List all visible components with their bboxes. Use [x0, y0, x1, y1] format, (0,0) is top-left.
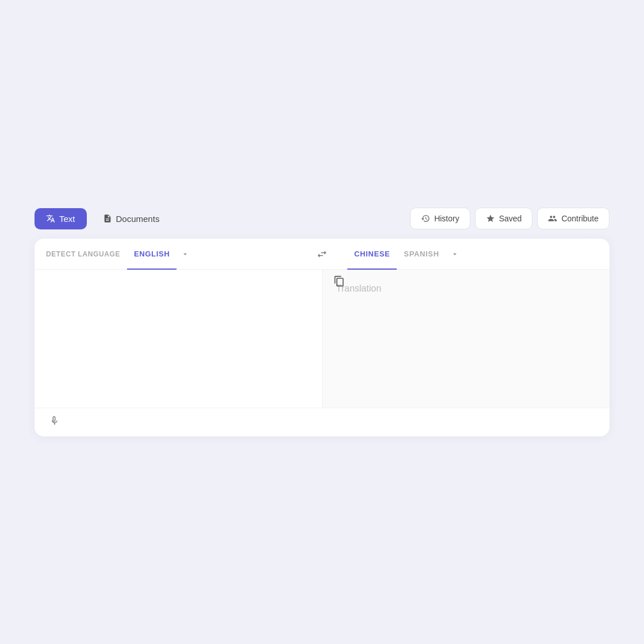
history-icon — [421, 214, 430, 223]
source-english-option[interactable]: ENGLISH — [127, 239, 177, 270]
copy-button[interactable] — [334, 275, 345, 289]
target-lang-dropdown[interactable] — [446, 240, 463, 269]
bottom-bar — [34, 408, 610, 436]
toolbar-left: Text Documents — [34, 208, 171, 229]
history-label: History — [434, 214, 459, 223]
text-areas-container: Translation — [34, 270, 610, 408]
documents-tab-label: Documents — [116, 214, 160, 224]
text-tab[interactable]: Text — [34, 208, 87, 229]
saved-label: Saved — [499, 214, 522, 223]
document-icon — [103, 214, 112, 223]
source-lang-selectors: DETECT LANGUAGE ENGLISH — [34, 239, 308, 269]
swap-languages-button[interactable] — [308, 248, 336, 260]
saved-button[interactable]: Saved — [475, 208, 533, 229]
chevron-down-icon — [181, 250, 189, 258]
translation-card: DETECT LANGUAGE ENGLISH CHINESE SPANISH — [34, 239, 610, 436]
microphone-button[interactable] — [48, 415, 60, 430]
text-tab-label: Text — [59, 214, 75, 224]
translate-icon — [46, 214, 55, 223]
source-text-input[interactable] — [34, 270, 322, 408]
mic-icon — [48, 415, 60, 427]
source-lang-dropdown[interactable] — [177, 240, 194, 269]
target-lang-selectors: CHINESE SPANISH — [336, 239, 610, 269]
chevron-down-icon-right — [451, 250, 459, 258]
language-selector-row: DETECT LANGUAGE ENGLISH CHINESE SPANISH — [34, 239, 610, 270]
swap-icon — [316, 248, 328, 260]
toolbar: Text Documents History — [34, 208, 610, 229]
documents-tab[interactable]: Documents — [91, 208, 171, 229]
copy-icon — [334, 275, 345, 287]
star-icon — [486, 214, 495, 223]
app-container: Text Documents History — [17, 185, 627, 459]
history-button[interactable]: History — [410, 208, 470, 229]
contribute-label: Contribute — [561, 214, 599, 223]
toolbar-right: History Saved Contribute — [410, 208, 610, 229]
target-chinese-option[interactable]: CHINESE — [347, 239, 397, 270]
contribute-icon — [548, 214, 557, 223]
contribute-button[interactable]: Contribute — [537, 208, 610, 229]
detect-language-option[interactable]: DETECT LANGUAGE — [46, 240, 127, 269]
target-spanish-option[interactable]: SPANISH — [397, 239, 446, 269]
translation-output: Translation — [322, 270, 610, 408]
